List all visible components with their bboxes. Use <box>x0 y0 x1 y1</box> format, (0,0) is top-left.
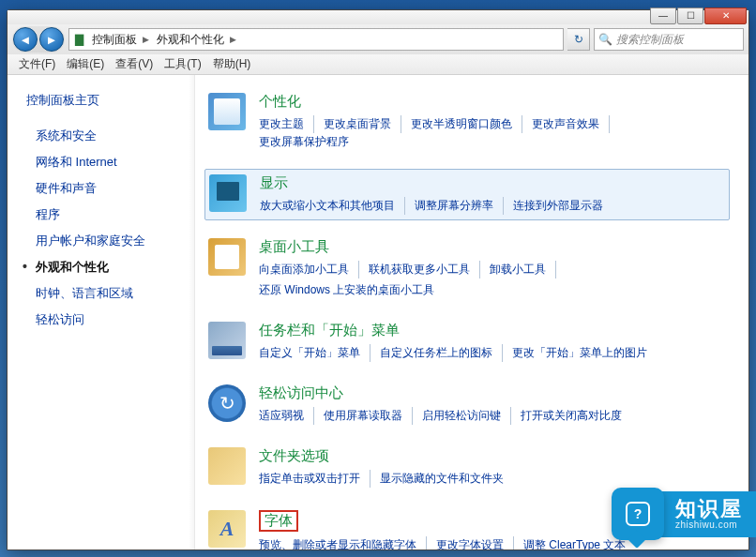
crumb-control-panel[interactable]: 控制面板 <box>92 32 137 48</box>
category-link[interactable]: 联机获取更多小工具 <box>369 261 480 278</box>
category-link[interactable]: 向桌面添加小工具 <box>259 261 359 278</box>
gadget-icon <box>208 238 246 276</box>
close-button[interactable]: ✕ <box>704 8 747 24</box>
menu-工具(T)[interactable]: 工具(T) <box>159 56 206 72</box>
watermark-url: zhishiwu.com <box>675 519 743 530</box>
category-link[interactable]: 连接到外部显示器 <box>513 197 612 215</box>
sidebar-home[interactable]: 控制面板主页 <box>26 92 187 109</box>
category: 文件夹选项指定单击或双击打开显示隐藏的文件和文件夹 <box>204 443 730 492</box>
sidebar-item[interactable]: 时钟、语言和区域 <box>26 281 187 306</box>
chevron-right-icon[interactable]: ▶ <box>143 35 149 44</box>
category: 轻松访问中心适应弱视使用屏幕读取器启用轻松访问键打开或关闭高对比度 <box>204 380 730 429</box>
category-link[interactable]: 更改声音效果 <box>532 115 610 133</box>
sidebar-item[interactable]: 轻松访问 <box>26 308 187 332</box>
category-link[interactable]: 放大或缩小文本和其他项目 <box>260 197 405 215</box>
category-link[interactable]: 打开或关闭高对比度 <box>521 407 631 425</box>
watermark-title: 知识屋 <box>675 499 743 519</box>
category-link[interactable]: 适应弱视 <box>259 407 314 425</box>
sidebar-item[interactable]: 程序 <box>26 203 187 227</box>
category-title[interactable]: 轻松访问中心 <box>259 384 726 402</box>
pers-icon <box>208 93 246 130</box>
category: 桌面小工具向桌面添加小工具联机获取更多小工具卸载小工具还原 Windows 上安… <box>204 233 730 304</box>
category-link[interactable]: 卸载小工具 <box>490 261 556 278</box>
category-title[interactable]: 字体 <box>259 510 298 532</box>
search-placeholder: 搜索控制面板 <box>616 32 684 48</box>
category: 个性化更改主题更改桌面背景更改半透明窗口颜色更改声音效果更改屏幕保护程序 <box>204 88 730 156</box>
main-content: 个性化更改主题更改桌面背景更改半透明窗口颜色更改声音效果更改屏幕保护程序显示放大… <box>195 75 748 549</box>
sidebar-item[interactable]: 系统和安全 <box>26 124 187 148</box>
menu-查看(V)[interactable]: 查看(V) <box>110 56 159 72</box>
chevron-right-icon[interactable]: ▶ <box>230 35 236 44</box>
category-link[interactable]: 更改字体设置 <box>436 536 514 549</box>
sidebar-item[interactable]: 用户帐户和家庭安全 <box>26 229 187 253</box>
ease-icon <box>208 384 246 422</box>
breadcrumb[interactable]: ▇ 控制面板▶ 外观和个性化▶ <box>68 28 564 51</box>
sidebar-item[interactable]: 外观和个性化 <box>26 255 187 279</box>
menu-编辑(E)[interactable]: 编辑(E) <box>61 56 110 72</box>
search-icon: 🔍 <box>598 33 612 46</box>
title-bar: — ☐ ✕ <box>8 10 748 24</box>
category-link[interactable]: 更改桌面背景 <box>324 115 401 133</box>
crumb-appearance[interactable]: 外观和个性化 <box>157 32 224 48</box>
sidebar-item[interactable]: 网络和 Internet <box>26 150 187 174</box>
category-title[interactable]: 文件夹选项 <box>259 447 726 465</box>
category-link[interactable]: 调整屏幕分辨率 <box>415 197 504 215</box>
watermark-icon: ? <box>626 502 650 526</box>
minimize-button[interactable]: — <box>650 8 676 24</box>
maximize-button[interactable]: ☐ <box>677 8 703 24</box>
category-link[interactable]: 自定义任务栏上的图标 <box>380 344 503 362</box>
category-link[interactable]: 自定义「开始」菜单 <box>259 344 370 362</box>
category: 显示放大或缩小文本和其他项目调整屏幕分辨率连接到外部显示器 <box>204 169 730 220</box>
menu-文件(F)[interactable]: 文件(F) <box>13 56 61 72</box>
category-title[interactable]: 个性化 <box>259 93 726 111</box>
disp-icon <box>209 174 247 212</box>
category-link[interactable]: 还原 Windows 上安装的桌面小工具 <box>259 281 444 299</box>
font-icon: A <box>208 510 246 548</box>
refresh-button[interactable]: ↻ <box>567 28 590 51</box>
nav-back-button[interactable]: ◄ <box>13 27 38 52</box>
category-title[interactable]: 桌面小工具 <box>259 238 726 256</box>
category-link[interactable]: 更改「开始」菜单上的图片 <box>512 344 657 362</box>
category-link[interactable]: 使用屏幕读取器 <box>324 407 413 425</box>
task-icon <box>208 322 246 359</box>
category-link[interactable]: 显示隐藏的文件和文件夹 <box>380 470 513 488</box>
category-link[interactable]: 更改屏幕保护程序 <box>259 133 358 151</box>
category: 任务栏和「开始」菜单自定义「开始」菜单自定义任务栏上的图标更改「开始」菜单上的图… <box>204 317 730 367</box>
category-title[interactable]: 显示 <box>260 174 725 192</box>
menu-帮助(H)[interactable]: 帮助(H) <box>207 56 257 72</box>
category-link[interactable]: 指定单击或双击打开 <box>259 470 370 488</box>
category-title[interactable]: 任务栏和「开始」菜单 <box>259 322 726 339</box>
category-link[interactable]: 预览、删除或者显示和隐藏字体 <box>259 536 427 549</box>
watermark-logo: ? 知识屋 zhishiwu.com <box>612 488 756 540</box>
nav-forward-button[interactable]: ► <box>39 27 64 52</box>
folder-icon <box>208 447 246 485</box>
menu-bar: 文件(F)编辑(E)查看(V)工具(T)帮助(H) <box>8 54 748 75</box>
address-bar: ◄ ► ▇ 控制面板▶ 外观和个性化▶ ↻ 🔍 搜索控制面板 <box>8 24 748 54</box>
search-input[interactable]: 🔍 搜索控制面板 <box>594 28 744 51</box>
category-link[interactable]: 更改半透明窗口颜色 <box>411 115 522 133</box>
sidebar-item[interactable]: 硬件和声音 <box>26 176 187 201</box>
control-panel-icon: ▇ <box>69 33 88 46</box>
category-link[interactable]: 启用轻松访问键 <box>422 407 511 425</box>
sidebar: 控制面板主页 系统和安全网络和 Internet硬件和声音程序用户帐户和家庭安全… <box>8 75 195 549</box>
category-link[interactable]: 更改主题 <box>259 115 314 133</box>
